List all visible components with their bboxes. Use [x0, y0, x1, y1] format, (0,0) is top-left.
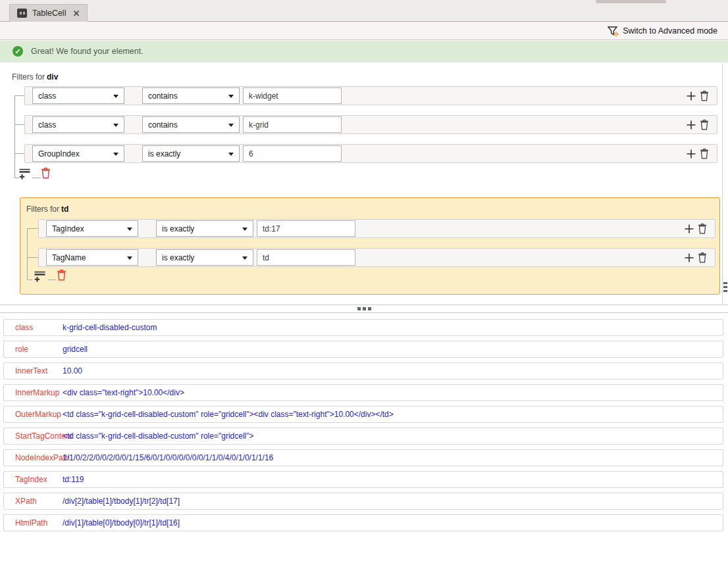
- filter-operator-select[interactable]: is exactly: [156, 249, 253, 266]
- add-filter-button[interactable]: [687, 91, 697, 103]
- filter-operator-value: is exactly: [148, 149, 180, 159]
- tree-line: [32, 178, 41, 178]
- filter-value-input[interactable]: [257, 249, 355, 266]
- add-filter-button[interactable]: [685, 224, 695, 236]
- property-row: InnerText 10.00: [3, 362, 723, 379]
- chevron-down-icon: [127, 228, 132, 231]
- plus-icon: [685, 224, 694, 233]
- filter-field-select[interactable]: class: [32, 87, 124, 104]
- property-value: <td class="k-grid-cell-disabled-custom" …: [63, 431, 254, 441]
- property-name: StartTagContent: [4, 431, 63, 441]
- chevron-down-icon: [242, 228, 247, 231]
- property-name: OuterMarkup: [4, 410, 63, 419]
- add-filter-group-button[interactable]: [34, 271, 45, 285]
- filter-value-input[interactable]: [243, 145, 342, 162]
- filter-field-select[interactable]: TagName: [46, 249, 138, 266]
- vertical-scrollbar-marker[interactable]: [723, 282, 727, 292]
- switch-advanced-mode-link[interactable]: Switch to Advanced mode: [608, 22, 717, 40]
- chevron-down-icon: [113, 153, 118, 156]
- filter-field-select[interactable]: class: [32, 116, 124, 133]
- chevron-down-icon: [228, 153, 234, 156]
- property-name: InnerMarkup: [4, 388, 63, 397]
- delete-filter-button[interactable]: [700, 119, 710, 131]
- filter-row: TagIndex is exactly: [38, 219, 715, 238]
- filter-value-input[interactable]: [257, 220, 355, 237]
- add-filter-lines-icon: [19, 168, 30, 180]
- toolbar: Switch to Advanced mode: [0, 22, 728, 40]
- delete-filter-button[interactable]: [698, 223, 708, 235]
- close-icon[interactable]: ✕: [72, 9, 80, 18]
- property-name: NodeIndexPath: [4, 453, 63, 462]
- property-value: k-grid-cell-disabled-custom: [63, 323, 157, 332]
- property-value: <div class="text-right">10.00</div>: [63, 388, 184, 397]
- tab-tablecell[interactable]: TableCell ✕: [9, 4, 88, 22]
- chevron-down-icon: [228, 124, 234, 127]
- success-message: Great! We found your element.: [31, 47, 143, 56]
- trash-icon: [700, 90, 709, 101]
- delete-filter-group-button[interactable]: [57, 269, 66, 283]
- switch-advanced-mode-label: Switch to Advanced mode: [623, 26, 717, 36]
- filter-value-input[interactable]: [243, 87, 342, 104]
- chevron-down-icon: [113, 124, 118, 127]
- property-value: 1/1/0/2/2/0/0/2/0/0/1/15/6/0/1/0/0/0/0/0…: [63, 453, 273, 462]
- property-row: XPath /div[2]/table[1]/tbody[1]/tr[2]/td…: [3, 493, 723, 510]
- filter-operator-select[interactable]: is exactly: [156, 220, 253, 237]
- property-name: XPath: [4, 497, 63, 506]
- property-value: /div[1]/table[0]/tbody[0]/tr[1]/td[16]: [63, 518, 180, 527]
- property-value: 10.00: [63, 366, 82, 376]
- property-row: TagIndex td:119: [3, 471, 723, 488]
- plus-icon: [687, 91, 696, 101]
- filter-field-select[interactable]: TagIndex: [46, 220, 138, 237]
- filter-row: GroupIndex is exactly: [24, 144, 717, 163]
- splitter-handle[interactable]: [0, 305, 728, 313]
- delete-filter-button[interactable]: [700, 148, 710, 160]
- filter-operator-value: is exactly: [162, 253, 194, 262]
- property-row: OuterMarkup <td class="k-grid-cell-disab…: [3, 406, 723, 423]
- element-finder-window: TableCell ✕ Switch to Advanced mode ✓ Gr…: [0, 0, 728, 561]
- filter-field-select[interactable]: GroupIndex: [32, 145, 124, 162]
- filter-operator-value: is exactly: [162, 224, 194, 233]
- property-name: class: [4, 323, 63, 332]
- property-value: td:119: [63, 475, 84, 484]
- add-filter-button[interactable]: [685, 253, 695, 265]
- filter-row: class contains: [24, 86, 717, 105]
- filters-section-div: Filters fordiv class contains: [0, 72, 728, 187]
- plus-icon: [687, 120, 696, 130]
- tab-bar: TableCell ✕: [0, 0, 728, 22]
- add-filter-button[interactable]: [687, 120, 697, 132]
- success-check-icon: ✓: [13, 46, 23, 57]
- filters-label-prefix: Filters for: [26, 205, 59, 214]
- tree-line: [27, 280, 32, 280]
- panel-right-border: [722, 63, 723, 305]
- properties-list: class k-grid-cell-disabled-custom role g…: [3, 319, 723, 536]
- property-row: HtmlPath /div[1]/table[0]/tbody[0]/tr[1]…: [3, 514, 723, 531]
- tab-title: TableCell: [32, 9, 66, 18]
- filter-value-input[interactable]: [243, 116, 342, 133]
- filter-rows-td: TagIndex is exactly TagName is exactly: [38, 219, 715, 277]
- delete-filter-button[interactable]: [700, 90, 710, 102]
- delete-filter-group-button[interactable]: [41, 167, 51, 182]
- chevron-down-icon: [228, 95, 234, 98]
- add-filter-button[interactable]: [687, 149, 697, 161]
- filter-operator-select[interactable]: contains: [142, 116, 240, 133]
- trash-icon: [41, 167, 51, 179]
- delete-filter-button[interactable]: [698, 252, 708, 264]
- add-filter-group-button[interactable]: [19, 168, 30, 182]
- property-row: InnerMarkup <div class="text-right">10.0…: [3, 384, 723, 401]
- property-row: role gridcell: [3, 341, 723, 358]
- filter-field-value: class: [38, 91, 56, 101]
- tree-line: [27, 228, 38, 229]
- plus-icon: [685, 253, 694, 262]
- filter-field-value: GroupIndex: [38, 149, 80, 159]
- tree-line: [14, 95, 24, 96]
- filter-gear-icon: [608, 26, 619, 37]
- filter-operator-select[interactable]: is exactly: [142, 145, 240, 162]
- filters-label-target: td: [61, 205, 68, 214]
- filter-field-value: TagIndex: [52, 224, 84, 233]
- filters-label-target: div: [47, 72, 58, 82]
- horizontal-scrollbar-thumb[interactable]: [596, 0, 666, 3]
- filters-section-label: Filters fortd: [26, 205, 68, 214]
- filter-operator-value: contains: [148, 91, 178, 101]
- filters-section-label: Filters fordiv: [12, 72, 58, 82]
- filter-operator-select[interactable]: contains: [142, 87, 240, 104]
